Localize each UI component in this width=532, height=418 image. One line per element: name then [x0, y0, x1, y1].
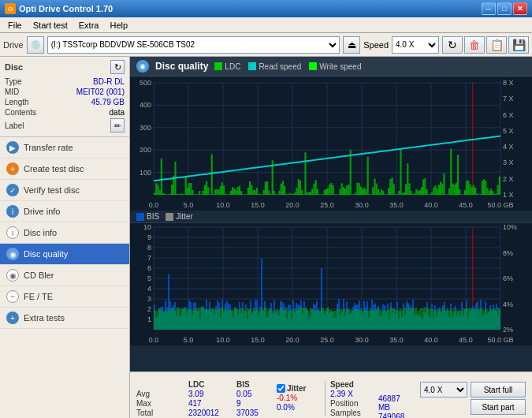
ldc-avg: 3.09 [188, 390, 232, 398]
disc-quality-icon: ◉ [6, 248, 19, 260]
legend-ldc: LDC [214, 62, 240, 71]
fe-te-icon: ~ [6, 290, 19, 303]
bis-legend-bar: BIS Jitter [130, 211, 532, 223]
label-edit-button[interactable]: ✏ [110, 118, 125, 132]
drive-icon: 💿 [27, 36, 44, 54]
total-label: Total [136, 409, 184, 417]
ldc-max: 417 [188, 399, 232, 408]
nav-cd-bler[interactable]: ◉ CD Bler [0, 265, 129, 286]
bis-legend-label: BIS [147, 212, 159, 221]
nav-create-test-disc[interactable]: + Create test disc [0, 159, 129, 180]
nav-list: ▶ Transfer rate + Create test disc ✓ Ver… [0, 137, 129, 329]
maximize-button[interactable]: □ [497, 2, 512, 15]
drive-row: Drive 💿 (I:) TSSTcorp BDDVDW SE-506CB TS… [0, 33, 532, 57]
jitter-avg: -0.1% [277, 394, 320, 402]
speed-val: 2.39 X [330, 390, 374, 398]
nav-cd-bler-label: CD Bler [24, 271, 54, 280]
nav-disc-info[interactable]: i Disc info [0, 222, 129, 244]
drive-select[interactable]: (I:) TSSTcorp BDDVDW SE-506CB TS02 [47, 36, 340, 54]
ldc-legend-label: LDC [225, 62, 240, 71]
write-speed-legend-label: Write speed [319, 62, 361, 71]
menu-start-test[interactable]: Start test [28, 20, 73, 31]
nav-fe-te[interactable]: ~ FE / TE [0, 286, 129, 308]
position-val: 46887 MB [378, 394, 411, 412]
position-label: Position [330, 399, 374, 408]
ldc-total: 2320012 [188, 409, 232, 417]
refresh-button[interactable]: ↻ [442, 36, 463, 54]
stats-jitter: Jitter -0.1% 0.0% [277, 384, 320, 412]
max-label: Max [136, 399, 184, 408]
contents-val: data [110, 108, 125, 117]
jitter-legend-label: Jitter [176, 212, 193, 221]
nav-extra-tests-label: Extra tests [24, 313, 65, 323]
stats-position: - - 46887 MB 749068 [378, 375, 411, 418]
bis-max: 9 [236, 399, 272, 408]
menu-help[interactable]: Help [105, 20, 132, 31]
bis-total: 37035 [236, 409, 272, 417]
minimize-button[interactable]: ─ [482, 2, 496, 15]
stats-right: 4.0 X Start full Start part [420, 382, 526, 415]
avg-label: Avg [136, 390, 184, 398]
nav-extra-tests[interactable]: + Extra tests [0, 308, 129, 329]
stats-bis: BIS 0.05 9 37035 [236, 380, 272, 417]
extra-tests-icon: + [6, 312, 19, 324]
speed-header: Speed [330, 380, 374, 389]
close-button[interactable]: ✕ [513, 2, 527, 15]
sidebar: Disc ↻ Type BD-R DL MID MEIT02 (001) Len… [0, 57, 130, 418]
jitter-legend-dot [166, 213, 173, 221]
jitter-checkbox[interactable] [277, 384, 285, 393]
jitter-header: Jitter [287, 384, 306, 393]
disc-info-icon: i [6, 226, 19, 239]
jitter-legend-item: Jitter [166, 212, 193, 221]
create-test-disc-icon: + [6, 162, 19, 175]
start-part-button[interactable]: Start part [471, 399, 526, 415]
nav-drive-info[interactable]: i Drive info [0, 201, 129, 222]
jitter-header-row: Jitter [277, 384, 320, 393]
chart-legend: LDC Read speed Write speed [214, 62, 361, 71]
drive-info-icon: i [6, 205, 19, 218]
length-val: 45.79 GB [91, 98, 125, 106]
stats-row: - Avg Max Total LDC 3.09 417 2320012 BIS… [130, 371, 532, 418]
mid-val: MEIT02 (001) [76, 88, 125, 96]
content-area: ◉ Disc quality LDC Read speed Write spee… [130, 57, 532, 418]
title-bar-controls: ─ □ ✕ [482, 2, 527, 15]
length-key: Length [5, 98, 29, 106]
nav-drive-info-label: Drive info [24, 207, 60, 216]
disc-section: Disc ↻ Type BD-R DL MID MEIT02 (001) Len… [0, 57, 129, 137]
mid-key: MID [5, 88, 19, 96]
erase-button[interactable]: 🗑 [464, 36, 485, 54]
disc-refresh-button[interactable]: ↻ [110, 60, 125, 74]
menu-file[interactable]: File [3, 20, 27, 31]
app-title: Opti Drive Control 1.70 [19, 4, 113, 13]
contents-key: Contents [5, 108, 36, 117]
samples-label: Samples [330, 409, 374, 417]
bis-legend-dot [136, 213, 144, 221]
label-key: Label [5, 121, 24, 130]
title-bar: O Opti Drive Control 1.70 ─ □ ✕ [0, 0, 532, 17]
app-icon: O [5, 3, 16, 14]
nav-transfer-rate[interactable]: ▶ Transfer rate [0, 137, 129, 159]
ldc-header: LDC [188, 380, 232, 389]
menu-bar: File Start test Extra Help [0, 17, 532, 33]
eject-button[interactable]: ⏏ [343, 36, 360, 54]
stats-divider1 [325, 381, 326, 416]
write-speed-legend-dot [309, 62, 317, 70]
save-button[interactable]: 💾 [508, 36, 529, 54]
bis-avg: 0.05 [236, 390, 272, 398]
drive-label: Drive [3, 40, 24, 50]
nav-verify-test-disc[interactable]: ✓ Verify test disc [0, 180, 129, 201]
start-full-button[interactable]: Start full [471, 382, 526, 397]
bis-header: BIS [236, 380, 272, 389]
speed-select-row: 4.0 X Start full [420, 382, 526, 397]
copy-button[interactable]: 📋 [486, 36, 507, 54]
stats-speed-select[interactable]: 4.0 X [420, 382, 467, 397]
top-chart [130, 77, 532, 211]
menu-extra[interactable]: Extra [74, 20, 104, 31]
nav-disc-quality[interactable]: ◉ Disc quality [0, 244, 129, 265]
speed-select[interactable]: 4.0 X [392, 36, 439, 54]
cd-bler-icon: ◉ [6, 269, 19, 282]
legend-write-speed: Write speed [309, 62, 361, 71]
legend-read-speed: Read speed [248, 62, 301, 71]
type-key: Type [5, 77, 22, 86]
nav-create-test-disc-label: Create test disc [24, 164, 84, 174]
